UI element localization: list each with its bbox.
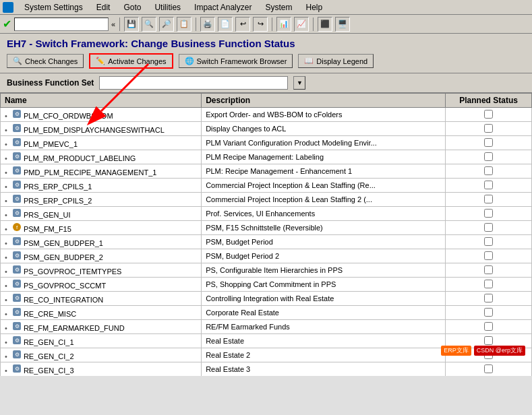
func-name: PSM_GEN_BUDPER_2 bbox=[24, 253, 103, 261]
cell-status bbox=[446, 150, 532, 164]
toolbar-btn3[interactable]: 📋 bbox=[177, 17, 191, 32]
bfs-bar: Business Function Set ▼ bbox=[0, 73, 532, 93]
toolbar-btn5[interactable]: 📄 bbox=[218, 17, 233, 32]
cell-status bbox=[446, 207, 532, 221]
planned-status-checkbox[interactable] bbox=[484, 294, 493, 302]
gear-icon: ⚙ bbox=[12, 239, 22, 247]
planned-status-checkbox[interactable] bbox=[484, 280, 493, 288]
func-name: RE_FM_EARMARKED_FUND bbox=[24, 324, 125, 332]
planned-status-checkbox[interactable] bbox=[484, 322, 493, 331]
row-bullet: • bbox=[5, 239, 9, 247]
svg-text:⚙: ⚙ bbox=[14, 210, 19, 216]
svg-text:⚙: ⚙ bbox=[14, 125, 19, 131]
command-input[interactable] bbox=[14, 18, 109, 31]
toolbar-btn7[interactable]: ↪ bbox=[253, 17, 268, 32]
menu-goto[interactable]: Goto bbox=[121, 3, 144, 12]
row-bullet: • bbox=[5, 197, 9, 205]
row-bullet: • bbox=[5, 352, 9, 360]
cell-description: Real Estate bbox=[202, 334, 446, 348]
toolbar-btn8[interactable]: 📊 bbox=[276, 17, 291, 32]
cell-status bbox=[446, 164, 532, 179]
menu-impact-analyzer[interactable]: Impact Analyzer bbox=[191, 3, 254, 12]
cell-description: Controlling Integration with Real Estate bbox=[202, 292, 446, 306]
toolbar-search1[interactable]: 🔍 bbox=[142, 17, 156, 32]
cell-status bbox=[446, 292, 532, 306]
planned-status-checkbox[interactable] bbox=[484, 166, 493, 175]
menu-system[interactable]: System bbox=[262, 3, 295, 12]
menu-utilities[interactable]: Utilities bbox=[152, 3, 183, 12]
cell-status bbox=[446, 278, 532, 292]
menu-bar: System Settings Edit Goto Utilities Impa… bbox=[0, 0, 532, 15]
planned-status-checkbox[interactable] bbox=[484, 152, 493, 161]
planned-status-checkbox[interactable] bbox=[484, 308, 493, 317]
cell-status bbox=[446, 263, 532, 278]
table-row: • fPSM_FM_F15PSM, F15 Schnittstelle (Rev… bbox=[1, 221, 532, 235]
gear-icon: ⚙ bbox=[12, 366, 22, 375]
planned-status-checkbox[interactable] bbox=[484, 364, 493, 373]
toolbar-search2[interactable]: 🔎 bbox=[159, 17, 174, 32]
cell-status bbox=[446, 122, 532, 136]
menu-system-settings[interactable]: System Settings bbox=[22, 3, 86, 12]
func-name: PSM_FM_F15 bbox=[24, 225, 71, 233]
planned-status-checkbox[interactable] bbox=[484, 124, 493, 133]
gear-icon: ⚙ bbox=[12, 253, 22, 261]
cell-name: • ⚙PMD_PLM_RECIPE_MANAGEMENT_1 bbox=[1, 164, 202, 179]
svg-text:⚙: ⚙ bbox=[14, 154, 19, 160]
planned-status-checkbox[interactable] bbox=[484, 336, 493, 345]
cell-status bbox=[446, 136, 532, 150]
planned-status-checkbox[interactable] bbox=[484, 223, 493, 232]
check-changes-button[interactable]: 🔍 Check Changes bbox=[7, 54, 84, 68]
table-row: • ⚙RE_CO_INTEGRATIONControlling Integrat… bbox=[1, 292, 532, 306]
cell-status bbox=[446, 306, 532, 320]
cell-status bbox=[446, 320, 532, 334]
row-bullet: • bbox=[5, 112, 9, 120]
table-row: • ⚙PRS_GEN_UIProf. Services, UI Enhancem… bbox=[1, 207, 532, 221]
check-changes-icon: 🔍 bbox=[13, 57, 22, 65]
row-bullet: • bbox=[5, 140, 9, 148]
planned-status-checkbox[interactable] bbox=[484, 209, 493, 218]
page-title: EH7 - Switch Framework: Change Business … bbox=[7, 38, 525, 49]
app-icon bbox=[3, 2, 13, 13]
planned-status-checkbox[interactable] bbox=[484, 251, 493, 260]
table-row: • ⚙RE_FM_EARMARKED_FUNDRE/FM Earmarked F… bbox=[1, 320, 532, 334]
row-bullet: • bbox=[5, 324, 9, 332]
menu-help[interactable]: Help bbox=[303, 3, 325, 12]
separator-2 bbox=[196, 18, 196, 31]
bfs-input[interactable] bbox=[99, 76, 288, 90]
cell-name: • ⚙RE_CO_INTEGRATION bbox=[1, 292, 202, 306]
activate-icon: ✏️ bbox=[96, 57, 105, 65]
gear-icon: ⚙ bbox=[12, 168, 22, 177]
browser-icon: 🌐 bbox=[185, 57, 194, 65]
activate-changes-button[interactable]: ✏️ Activate Changes bbox=[89, 53, 173, 69]
gear-icon: ⚙ bbox=[12, 140, 22, 148]
table-row: • ⚙PS_GOVPROC_ITEMTYPESPS, Configurable … bbox=[1, 263, 532, 278]
toolbar-btn11[interactable]: 🖥️ bbox=[335, 17, 350, 32]
separator-3 bbox=[272, 18, 272, 31]
menu-edit[interactable]: Edit bbox=[94, 3, 113, 12]
row-bullet: • bbox=[5, 253, 9, 261]
watermark-tag2: CSDN @erp文库 bbox=[474, 346, 525, 356]
cell-name: • ⚙PRS_ERP_CPILS_2 bbox=[1, 193, 202, 207]
cell-status bbox=[446, 221, 532, 235]
func-name: PLM_PMEVC_1 bbox=[24, 140, 78, 148]
planned-status-checkbox[interactable] bbox=[484, 237, 493, 246]
toolbar-nav-left[interactable]: « bbox=[111, 20, 115, 28]
toolbar-btn9[interactable]: 📈 bbox=[294, 17, 309, 32]
cell-name: • ⚙RE_CRE_MISC bbox=[1, 306, 202, 320]
toolbar-btn10[interactable]: ⬛ bbox=[318, 17, 332, 32]
row-bullet: • bbox=[5, 282, 9, 290]
planned-status-checkbox[interactable] bbox=[484, 110, 493, 119]
bfs-dropdown-button[interactable]: ▼ bbox=[293, 76, 305, 90]
func-name: RE_GEN_CI_3 bbox=[24, 366, 74, 375]
display-legend-button[interactable]: 📖 Display Legend bbox=[298, 54, 374, 68]
toolbar-print[interactable]: 🖨️ bbox=[200, 17, 215, 32]
planned-status-checkbox[interactable] bbox=[484, 195, 493, 203]
planned-status-checkbox[interactable] bbox=[484, 265, 493, 274]
toolbar-save[interactable]: 💾 bbox=[124, 17, 139, 32]
planned-status-checkbox[interactable] bbox=[484, 138, 493, 147]
toolbar-btn6[interactable]: ↩ bbox=[235, 17, 250, 32]
planned-status-checkbox[interactable] bbox=[484, 181, 493, 189]
cell-description: PLM Variant Configuration Product Modeli… bbox=[202, 136, 446, 150]
bfs-label: Business Function Set bbox=[7, 78, 94, 88]
switch-framework-browser-button[interactable]: 🌐 Switch Framework Browser bbox=[179, 54, 293, 68]
